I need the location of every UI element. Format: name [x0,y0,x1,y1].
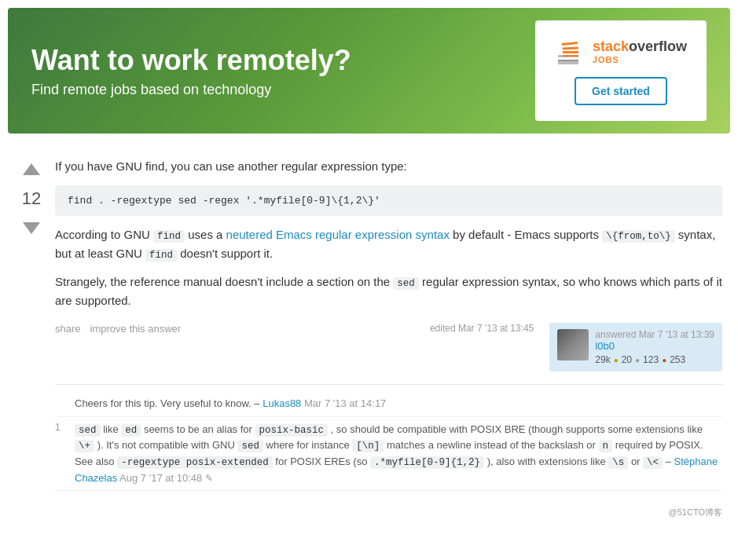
inline-code-plus: \+ [75,440,94,452]
stackoverflow-logo-icon [555,36,586,68]
edit-and-user: edited Mar 7 '13 at 13:45 answered Mar 7… [430,323,722,372]
answer-actions: share improve this answer [55,323,181,335]
inline-code-backslash-n: [\n] [352,440,384,452]
answer-intro: If you have GNU find, you can use anothe… [55,157,722,176]
banner-title: Want to work remotely? [31,43,535,77]
vote-count: 12 [22,188,41,209]
text-node: doesn't support it. [177,247,273,260]
comment-time: Mar 7 '13 at 14:17 [301,397,386,409]
avatar-image [557,329,589,361]
inline-code-backslash-lt: \< [643,456,663,469]
inline-code-n: n [599,440,613,452]
answered-date: answered Mar 7 '13 at 13:39 [595,329,714,340]
stackoverflow-name: stackoverflow JOBS [593,39,687,64]
inline-code-sed2: sed [75,424,101,437]
vote-up-button[interactable] [17,157,46,185]
comments-section: Cheers for this tip. Very useful to know… [55,384,722,491]
get-started-button[interactable]: Get started [575,77,667,105]
comment-num [55,396,67,412]
silver-dot: ● [635,356,640,364]
inline-code-braces: \{from,to\} [602,230,675,243]
user-card: answered Mar 7 '13 at 13:39 l0b0 29k ● 2… [549,323,722,372]
text-node: by default - Emacs supports [450,228,602,241]
silver-count: 123 [643,354,659,365]
inline-code-ed: ed [121,424,141,437]
inline-code-find: find [153,230,185,243]
emacs-regex-link[interactable]: neutered Emacs regular expression syntax [226,228,450,241]
answer-para2: Strangely, the reference manual doesn't … [55,273,722,310]
banner-cta: stackoverflow JOBS Get started [535,20,707,121]
svg-rect-6 [563,55,578,57]
edited-label: edited Mar 7 '13 at 13:45 [430,323,534,334]
gold-dot: ● [614,356,619,364]
svg-rect-2 [558,60,578,61]
inline-code-posix-basic: posix-basic [255,424,329,437]
user-info: answered Mar 7 '13 at 13:39 l0b0 29k ● 2… [595,329,714,365]
improve-link[interactable]: improve this answer [90,323,182,335]
answer-container: 12 If you have GNU find, you can use ano… [16,157,722,491]
user-name-link[interactable]: l0b0 [595,340,615,352]
comment-2-time: Aug 7 '17 at 10:48 [119,472,202,484]
user-rep: 29k [595,354,610,365]
gold-count: 20 [622,354,632,365]
comment-body: Cheers for this tip. Very useful to know… [75,396,722,412]
svg-rect-5 [563,51,578,53]
text-node: Strangely, the reference manual doesn't … [55,275,393,288]
svg-rect-3 [562,42,578,46]
svg-rect-4 [563,46,578,49]
comment-1: Cheers for this tip. Very useful to know… [55,391,722,417]
advertisement-banner: Want to work remotely? Find remote jobs … [8,8,730,134]
comment-2-body: sed like ed seems to be an alias for pos… [75,422,722,486]
bronze-dot: ● [662,356,666,364]
vote-column: 12 [16,157,47,491]
code-block: find . -regextype sed -regex '.*myfile[0… [55,185,722,216]
vote-down-button[interactable] [17,212,46,240]
user-stats: 29k ● 20 ● 123 ● 253 [595,354,714,365]
avatar [557,329,589,361]
banner-content: Want to work remotely? Find remote jobs … [31,43,535,98]
answer-body: If you have GNU find, you can use anothe… [55,157,722,491]
banner-subtitle: Find remote jobs based on technology [31,82,535,98]
text-node: uses a [185,228,226,241]
answer-footer: share improve this answer edited Mar 7 '… [55,323,722,372]
inline-code-find2: find [145,249,177,262]
inline-code-regextype-extended: -regextype posix-extended [117,456,273,469]
bronze-count: 253 [670,354,685,365]
comment-2-num: 1 [55,422,67,486]
inline-code-myfile-pattern: .*myfile[0-9]{1,2} [370,456,484,469]
main-content: 12 If you have GNU find, you can use ano… [0,141,738,499]
answer-para1: According to GNU find uses a neutered Em… [55,225,722,263]
edit-pencil-icon[interactable]: ✎ [205,473,213,484]
watermark: @51CTO博客 [0,499,738,526]
text-node: According to GNU [55,228,153,241]
comment-text: Cheers for this tip. Very useful to know… [75,397,263,409]
inline-code-sed: sed [393,277,419,290]
stackoverflow-logo: stackoverflow JOBS [555,36,687,68]
comment-user-link[interactable]: Lukas88 [263,397,301,409]
inline-code-sed3: sed [237,440,263,452]
edit-info: edited Mar 7 '13 at 13:45 [430,323,534,334]
inline-code-backslash-s: \s [608,456,628,469]
comment-2: 1 sed like ed seems to be an alias for p… [55,417,722,492]
share-link[interactable]: share [55,323,81,335]
